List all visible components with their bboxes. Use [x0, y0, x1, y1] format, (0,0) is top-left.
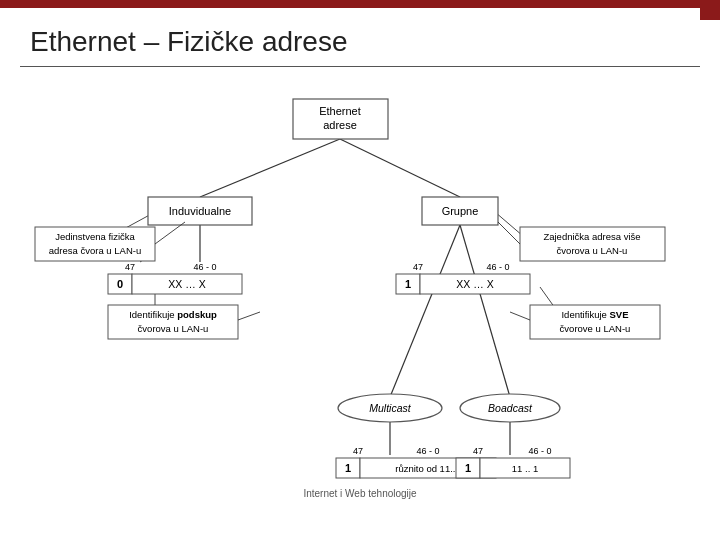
svg-text:čvorova u LAN-u: čvorova u LAN-u: [138, 323, 209, 334]
top-bar: [0, 0, 720, 8]
svg-text:Grupne: Grupne: [442, 205, 479, 217]
svg-text:Multicast: Multicast: [369, 402, 412, 414]
svg-text:Identifikuje podskup: Identifikuje podskup: [129, 309, 217, 320]
svg-text:XX … X: XX … X: [168, 278, 205, 290]
svg-text:1: 1: [405, 278, 411, 290]
svg-text:47: 47: [125, 262, 135, 272]
svg-text:XX … X: XX … X: [456, 278, 493, 290]
svg-text:adrese: adrese: [323, 119, 357, 131]
svg-text:adresa čvora u LAN-u: adresa čvora u LAN-u: [49, 245, 141, 256]
svg-text:Boadcast: Boadcast: [488, 402, 533, 414]
svg-text:11 .. 1: 11 .. 1: [512, 463, 538, 474]
svg-text:Ethernet: Ethernet: [319, 105, 361, 117]
svg-text:Induvidualne: Induvidualne: [169, 205, 231, 217]
svg-text:0: 0: [117, 278, 123, 290]
svg-text:1: 1: [345, 462, 351, 474]
svg-line-46: [510, 312, 530, 320]
svg-line-3: [390, 225, 460, 397]
svg-line-42: [238, 312, 260, 320]
footer-text: Internet i Web tehnologije: [303, 488, 416, 499]
svg-text:46 - 0: 46 - 0: [486, 262, 509, 272]
svg-text:47: 47: [353, 446, 363, 456]
svg-text:různito od 11..1: různito od 11..1: [395, 463, 461, 474]
svg-line-1: [340, 139, 460, 197]
svg-line-0: [200, 139, 340, 197]
svg-text:Identifikuje SVE: Identifikuje SVE: [561, 309, 628, 320]
svg-text:46 - 0: 46 - 0: [416, 446, 439, 456]
svg-line-26: [498, 222, 520, 244]
diagram-area: Ethernet adrese Induvidualne Grupne Jedi…: [0, 77, 720, 507]
svg-text:1: 1: [465, 462, 471, 474]
svg-text:čvorove u LAN-u: čvorove u LAN-u: [560, 323, 631, 334]
svg-text:46 - 0: 46 - 0: [528, 446, 551, 456]
svg-line-4: [460, 225, 510, 397]
svg-text:47: 47: [413, 262, 423, 272]
svg-text:46 - 0: 46 - 0: [193, 262, 216, 272]
svg-text:Jedinstvena fizička: Jedinstvena fizička: [55, 231, 135, 242]
diagram-svg: Ethernet adrese Induvidualne Grupne Jedi…: [0, 77, 720, 497]
title-divider: [20, 66, 700, 67]
svg-text:47: 47: [473, 446, 483, 456]
svg-text:Zajednička adresa više: Zajednička adresa više: [543, 231, 640, 242]
page-title: Ethernet – Fizičke adrese: [0, 8, 720, 66]
svg-text:čvorova u LAN-u: čvorova u LAN-u: [557, 245, 628, 256]
corner-square: [700, 0, 720, 20]
